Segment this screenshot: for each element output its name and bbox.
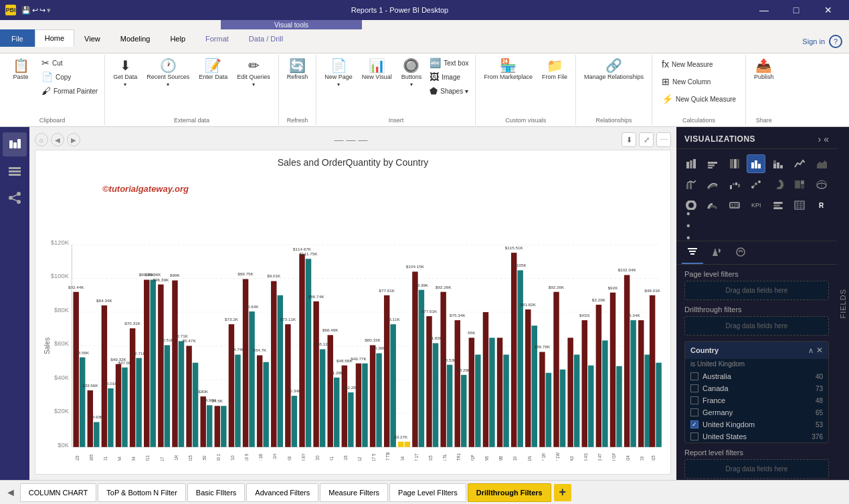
bar-sales-41[interactable] bbox=[650, 295, 655, 447]
page-drag-zone[interactable]: Drag data fields here bbox=[684, 281, 829, 300]
bar-order-37[interactable] bbox=[602, 340, 607, 447]
bar-sales-31[interactable] bbox=[511, 253, 516, 447]
enter-data-btn[interactable]: 📝 Enter Data bbox=[195, 56, 231, 83]
bar-order-35[interactable] bbox=[574, 355, 579, 447]
viz-card[interactable]: 123 bbox=[725, 196, 744, 215]
viz-area-chart[interactable] bbox=[812, 154, 831, 173]
filter-checkbox[interactable] bbox=[690, 432, 698, 440]
bar-sales-27[interactable] bbox=[455, 320, 460, 447]
tab-drillthrough[interactable]: Drillthrough Filters bbox=[468, 483, 551, 502]
bar-order-20[interactable] bbox=[362, 364, 367, 447]
bar-order-27[interactable] bbox=[461, 375, 466, 447]
bar-sales-30[interactable] bbox=[497, 338, 502, 447]
viz-matrix[interactable]: R bbox=[812, 196, 831, 215]
add-tab-btn[interactable]: + bbox=[554, 484, 571, 501]
viz-kpi[interactable]: KPI bbox=[747, 196, 765, 215]
bar-order-7[interactable] bbox=[179, 341, 184, 447]
bar-sales-37[interactable] bbox=[596, 305, 601, 447]
expand-nav-btn[interactable]: ⤢ bbox=[639, 132, 654, 147]
filter-checkbox[interactable]: ✓ bbox=[690, 420, 698, 428]
bar-sales-7[interactable] bbox=[172, 281, 177, 447]
bar-sales-24[interactable] bbox=[412, 271, 417, 447]
bar-sales-11[interactable] bbox=[229, 324, 234, 447]
bar-order-26[interactable] bbox=[447, 365, 452, 447]
filter-item[interactable]: France 48 bbox=[685, 394, 828, 406]
chart-container[interactable]: Sales and OrderQuantity by Country ©tuto… bbox=[35, 150, 671, 475]
bar-sales-6[interactable] bbox=[158, 285, 163, 447]
bar-order-23[interactable] bbox=[405, 442, 410, 447]
bar-sales-29[interactable] bbox=[483, 312, 488, 447]
bar-order-4[interactable] bbox=[136, 358, 141, 447]
bar-sales-15[interactable] bbox=[285, 324, 290, 447]
back-nav-btn[interactable]: ◀ bbox=[51, 133, 64, 146]
bar-order-34[interactable] bbox=[560, 370, 565, 447]
viz-stacked-bar[interactable] bbox=[682, 154, 700, 173]
bar-sales-16[interactable] bbox=[299, 254, 304, 447]
bar-sales-40[interactable] bbox=[638, 320, 644, 447]
bar-sales-19[interactable] bbox=[342, 366, 347, 447]
bar-sales-9[interactable] bbox=[200, 396, 205, 447]
tab-basic-filters[interactable]: Basic FIlters bbox=[187, 483, 246, 502]
tab-page-level[interactable]: Page Level FIlters bbox=[389, 483, 466, 502]
viz-tab-format[interactable] bbox=[706, 244, 727, 264]
collapse-bar[interactable]: — — — bbox=[335, 134, 368, 145]
manage-rel-btn[interactable]: 🔗 Manage Relationships bbox=[580, 56, 648, 83]
bar-order-30[interactable] bbox=[503, 355, 508, 447]
tab-top-bottom[interactable]: ToP & Bottom N Filter bbox=[98, 483, 186, 502]
viz-line-column[interactable] bbox=[682, 175, 700, 194]
signin-btn[interactable]: Sign in bbox=[802, 37, 825, 45]
bar-order-19[interactable] bbox=[348, 392, 353, 447]
viz-clustered-column[interactable] bbox=[747, 154, 765, 173]
home-nav-btn[interactable]: ⌂ bbox=[35, 133, 48, 146]
bar-order-1[interactable] bbox=[94, 422, 99, 447]
bar-sales-5[interactable] bbox=[144, 280, 149, 447]
tab-help[interactable]: Help bbox=[160, 29, 195, 47]
paste-btn[interactable]: 📋 Paste bbox=[4, 56, 37, 83]
bar-sales-35[interactable] bbox=[567, 338, 573, 447]
filter-item[interactable]: United States 376 bbox=[685, 430, 828, 443]
from-marketplace-btn[interactable]: 🏪 From Marketplace bbox=[480, 56, 537, 83]
recent-sources-btn[interactable]: 🕐 Recent Sources ▾ bbox=[143, 56, 193, 90]
bar-order-38[interactable] bbox=[616, 366, 622, 447]
copy-btn[interactable]: 📄 Copy bbox=[39, 70, 100, 84]
viz-collapse-btn[interactable]: › bbox=[818, 134, 822, 144]
from-file-btn[interactable]: 📁 From File bbox=[538, 56, 571, 83]
bar-sales-17[interactable] bbox=[313, 301, 318, 447]
new-page-btn[interactable]: 📄 New Page ▾ bbox=[320, 56, 357, 90]
bar-sales-20[interactable] bbox=[356, 364, 361, 447]
filter-item[interactable]: Australia 40 bbox=[685, 370, 828, 382]
tab-measure-filters[interactable]: Measure Filters bbox=[320, 483, 388, 502]
viz-treemap[interactable] bbox=[790, 175, 809, 194]
bar-sales-21[interactable] bbox=[370, 345, 375, 447]
bar-order-13[interactable] bbox=[263, 362, 268, 447]
bar-sales-2[interactable] bbox=[102, 305, 107, 447]
filter-clear-btn[interactable]: ✕ bbox=[816, 346, 823, 355]
new-quick-measure-btn[interactable]: ⚡ New Quick Measure bbox=[656, 91, 741, 107]
get-data-btn[interactable]: ⬇ Get Data ▾ bbox=[109, 56, 141, 90]
tab-format[interactable]: Format bbox=[195, 29, 239, 47]
bar-order-36[interactable] bbox=[588, 366, 593, 447]
bar-order-32[interactable] bbox=[532, 326, 537, 447]
tab-advanced-filters[interactable]: Advanced Filters bbox=[246, 483, 318, 502]
shapes-btn[interactable]: ⬟ Shapes ▾ bbox=[427, 84, 471, 98]
bar-sales-26[interactable] bbox=[440, 292, 446, 447]
filter-checkbox[interactable] bbox=[690, 408, 698, 416]
bar-sales-0[interactable] bbox=[73, 292, 78, 447]
filter-checkbox[interactable] bbox=[690, 396, 698, 404]
drill-drag-zone[interactable]: Drag data fields here bbox=[684, 316, 829, 336]
bar-order-25[interactable] bbox=[433, 343, 438, 447]
bar-order-29[interactable] bbox=[489, 338, 494, 447]
bar-order-22[interactable] bbox=[390, 324, 395, 447]
bar-order-2[interactable] bbox=[108, 388, 113, 447]
data-view-btn[interactable] bbox=[3, 159, 27, 183]
bar-sales-34[interactable] bbox=[553, 292, 559, 447]
quick-access-save[interactable]: 💾 bbox=[21, 6, 31, 15]
publish-btn[interactable]: 📤 Publish bbox=[750, 56, 778, 83]
bar-sales-10[interactable] bbox=[215, 406, 220, 447]
bar-order-17[interactable] bbox=[320, 349, 325, 447]
bar-order-11[interactable] bbox=[235, 355, 240, 447]
viz-tab-analytics[interactable] bbox=[730, 244, 751, 264]
new-measure-btn[interactable]: fx New Measure bbox=[656, 56, 741, 72]
filter-checkbox[interactable] bbox=[690, 384, 698, 392]
bar-order-15[interactable] bbox=[292, 396, 297, 447]
